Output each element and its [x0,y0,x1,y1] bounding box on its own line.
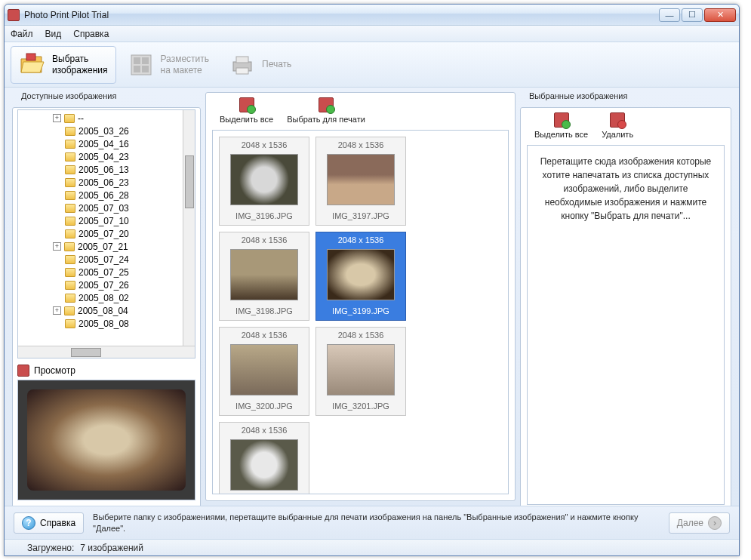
folder-icon [65,204,75,213]
tree-expand-icon[interactable]: + [53,306,61,315]
tree-vertical-scrollbar[interactable] [183,110,195,346]
folder-open-icon [19,51,46,78]
right-select-all-icon [554,112,569,128]
thumbnail-image [327,249,395,300]
window-title: Photo Print Pilot Trial [24,10,659,20]
tree-folder[interactable]: 2005_08_08 [20,317,193,330]
folder-icon [65,294,75,303]
right-actions: Выделить все Удалить [521,108,731,145]
tree-expand-icon[interactable]: + [53,242,61,251]
right-panel: Выбранные изображения Выделить все Удали… [520,97,731,501]
titlebar[interactable]: Photo Print Pilot Trial — ☐ ✕ [5,5,739,26]
folder-icon [64,306,75,315]
folder-name: 2005_03_26 [78,126,129,137]
tree-folder[interactable]: 2005_08_02 [20,291,193,304]
right-select-all-button[interactable]: Выделить все [534,112,588,139]
thumbnail-image [230,439,298,491]
folder-icon [65,229,75,238]
thumbnails-grid[interactable]: 2048 x 1536IMG_3196.JPG2048 x 1536IMG_31… [212,130,509,494]
thumbnail-filename: IMG_3199.JPG [332,302,389,320]
thumbnail-dimensions: 2048 x 1536 [338,137,384,152]
tree-folder[interactable]: 2005_06_28 [20,189,193,202]
folder-name: 2005_07_20 [78,229,129,239]
help-button[interactable]: ? Справка [14,512,84,534]
folder-name: 2005_06_13 [78,165,129,175]
tree-folder[interactable]: 2005_07_26 [20,278,193,291]
thumbnail[interactable]: 2048 x 1536IMG_3201.JPG [315,327,406,416]
right-select-all-label: Выделить все [534,130,588,139]
tree-folder[interactable]: 2005_07_10 [20,214,193,227]
status-loaded-value: 7 изображений [80,543,143,553]
thumbnail[interactable]: 2048 x 1536IMG_3196.JPG [219,137,309,226]
svg-rect-2 [134,57,140,64]
menu-help[interactable]: Справка [73,29,109,39]
folder-tree[interactable]: +--2005_03_262005_04_162005_04_232005_06… [17,109,195,358]
layout-button[interactable]: Разместить на макете [119,46,218,84]
folder-name: 2005_07_25 [78,267,129,278]
thumbnail-image [230,249,298,300]
print-button[interactable]: Печать [220,46,300,84]
thumbnail[interactable]: 2048 x 1536IMG_3197.JPG [315,137,406,226]
thumbnail-image [230,154,298,205]
maximize-button[interactable]: ☐ [682,8,703,22]
delete-label: Удалить [602,130,633,139]
folder-name: 2005_04_16 [78,139,129,149]
select-for-print-button[interactable]: Выбрать для печати [287,97,365,124]
thumbnail-filename: IMG_3198.JPG [235,302,293,320]
tree-folder[interactable]: 2005_06_23 [20,176,193,189]
select-images-label-2: изображения [52,65,108,75]
svg-rect-7 [236,57,248,63]
folder-icon [65,152,75,162]
select-all-button[interactable]: Выделить все [220,97,273,124]
drop-target[interactable]: Перетащите сюда изображения которые хоти… [527,145,725,505]
thumbnail-filename: IMG_3196.JPG [235,207,293,225]
preview-icon [17,365,29,377]
tree-folder[interactable]: +2005_08_04 [20,304,193,317]
tree-folder[interactable]: 2005_04_23 [20,150,193,163]
app-window: Photo Print Pilot Trial — ☐ ✕ Файл Вид С… [4,4,740,556]
tree-folder[interactable]: 2005_07_03 [20,202,193,214]
tree-horizontal-scrollbar[interactable] [18,346,195,358]
tree-folder[interactable]: +-- [20,112,193,125]
select-images-button[interactable]: Выбрать изображения [11,46,116,84]
tree-folder[interactable]: 2005_04_16 [20,137,193,150]
thumbnail-filename: IMG_3201.JPG [332,397,389,415]
folder-name: 2005_07_03 [78,203,129,214]
close-button[interactable]: ✕ [704,8,736,22]
tree-folder[interactable]: 2005_07_20 [20,227,193,240]
minimize-button[interactable]: — [659,8,680,22]
status-loaded-label: Загружено: [27,543,74,553]
thumbnail-dimensions: 2048 x 1536 [242,137,288,152]
thumbnail[interactable]: 2048 x 1536IMG_3200.JPG [219,327,309,416]
folder-icon [64,242,75,251]
tree-folder[interactable]: 2005_06_13 [20,163,193,176]
folder-name: 2005_08_08 [78,318,129,329]
tree-folder[interactable]: 2005_03_26 [20,125,193,137]
delete-button[interactable]: Удалить [602,112,633,139]
select-for-print-icon [319,97,334,112]
thumbnail[interactable]: 2048 x 1536IMG_3198.JPG [219,232,309,321]
next-button[interactable]: Далее › [669,512,730,534]
folder-name: 2005_08_04 [78,306,128,316]
tree-folder[interactable]: +2005_07_21 [20,240,193,253]
tree-folder[interactable]: 2005_07_24 [20,253,193,266]
thumbnail-image [327,344,395,395]
arrow-right-icon: › [708,516,722,530]
tree-folder[interactable]: 2005_07_25 [20,266,193,278]
folder-icon [65,255,75,264]
tree-expand-icon[interactable]: + [53,114,61,122]
thumbnail-filename: IMG_3200.JPG [235,397,293,415]
menu-file[interactable]: Файл [11,29,33,39]
available-images-label: Доступные изображения [17,90,121,102]
thumbnail-filename: IMG_3197.JPG [332,207,389,225]
left-panel: Доступные изображения +--2005_03_262005_… [12,97,201,501]
thumbnail[interactable]: 2048 x 1536IMG_3202.JPG [219,422,309,494]
statusbar: Загружено: 7 изображений [5,539,739,555]
center-panel: Выделить все Выбрать для печати 2048 x 1… [205,92,516,501]
svg-rect-3 [142,57,149,64]
svg-rect-8 [236,68,248,74]
drop-hint-text: Перетащите сюда изображения которые хоти… [537,155,715,223]
thumbnail[interactable]: 2048 x 1536IMG_3199.JPG [315,232,406,321]
menu-view[interactable]: Вид [45,29,62,39]
layout-icon [128,51,155,78]
